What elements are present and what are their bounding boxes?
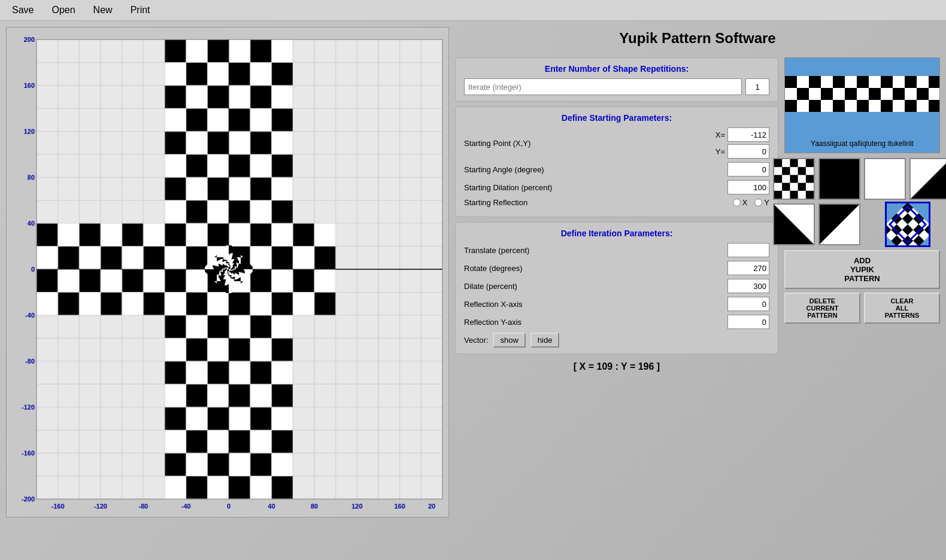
pattern-thumbnails (784, 158, 940, 245)
starting-params-section: Define Starting Parameters: Starting Poi… (455, 106, 778, 217)
dilate-label: Dilate (percent) (464, 282, 517, 291)
starting-params-title: Define Starting Parameters: (464, 113, 769, 123)
sp-y-row: Y= (710, 144, 769, 159)
vector-label: Vector: (464, 336, 488, 345)
reflection-radio-group: X Y (733, 198, 769, 207)
reflect-x-row: Reflection X-axis (464, 297, 769, 311)
starting-dilation-row: Starting Dilation (percent) (464, 180, 769, 194)
coords-display: [ X = 109 : Y = 196 ] (455, 361, 778, 372)
y-label: Y= (710, 147, 725, 156)
repetitions-row (464, 78, 769, 95)
translate-label: Translate (percent) (464, 246, 529, 255)
reflect-y-input[interactable] (727, 315, 769, 329)
main-content: Yupik Pattern Software Enter Number of S… (0, 21, 946, 560)
thumb-solid-black[interactable] (818, 158, 860, 200)
angle-label: Starting Angle (degree) (464, 165, 544, 174)
thumb-solid-white[interactable] (864, 158, 906, 200)
drawing-canvas-area[interactable] (6, 27, 449, 518)
iteration-params-title: Define Iteration Parameters: (464, 229, 769, 238)
grid-canvas[interactable] (7, 28, 448, 517)
dilate-row: Dilate (percent) (464, 279, 769, 293)
action-buttons: ADDYUPIKPATTERN DELETECURRENTPATTERN CLE… (784, 250, 940, 324)
right-col: Enter Number of Shape Repetitions: Defin… (455, 57, 940, 554)
preview-col: Yaassiiguat qalliqluteng itukellriit (784, 57, 940, 554)
starting-reflection-row: Starting Reflection X Y (464, 198, 769, 207)
preview-area: Yaassiiguat qalliqluteng itukellriit (784, 57, 940, 153)
rotate-row: Rotate (degrees) (464, 261, 769, 275)
sp-x-row: X= (710, 127, 769, 142)
starting-point-row: Starting Point (X,Y) X= Y= (464, 127, 769, 159)
thumb-triangle-tl[interactable] (773, 203, 815, 245)
reflect-x-label: Reflection X-axis (464, 300, 523, 309)
iterate-input[interactable] (464, 78, 742, 95)
thumb-diamond[interactable] (885, 202, 930, 247)
delete-current-pattern-button[interactable]: DELETECURRENTPATTERN (784, 293, 860, 324)
translate-input[interactable] (727, 243, 769, 257)
rotate-input[interactable] (727, 261, 769, 275)
menu-print[interactable]: Print (131, 5, 150, 16)
x-value-input[interactable] (727, 127, 769, 142)
vector-row: Vector: show hide (464, 333, 769, 348)
reflection-label: Starting Reflection (464, 198, 527, 207)
menu-new[interactable]: New (93, 5, 113, 16)
iteration-params-section: Define Iteration Parameters: Translate (… (455, 222, 778, 354)
angle-input[interactable] (727, 162, 769, 176)
rotate-label: Rotate (degrees) (464, 264, 523, 273)
show-vector-button[interactable]: show (493, 333, 525, 348)
repetitions-title: Enter Number of Shape Repetitions: (464, 64, 769, 74)
preview-subtitle: Yaassiiguat qalliqluteng itukellriit (808, 138, 916, 149)
dilation-input[interactable] (727, 180, 769, 194)
reflection-y-label[interactable]: Y (754, 198, 769, 207)
dilation-label: Starting Dilation (percent) (464, 183, 552, 192)
menu-bar: Save Open New Print (0, 0, 946, 21)
iterate-value[interactable] (745, 78, 769, 95)
menu-save[interactable]: Save (12, 5, 34, 16)
reflection-x-label[interactable]: X (733, 198, 748, 207)
delete-clear-row: DELETECURRENTPATTERN CLEARALLPATTERNS (784, 293, 940, 324)
add-yupik-pattern-button[interactable]: ADDYUPIKPATTERN (784, 250, 940, 289)
starting-point-label: Starting Point (X,Y) (464, 139, 710, 148)
reflection-x-text: X (742, 198, 748, 207)
right-panel: Yupik Pattern Software Enter Number of S… (455, 27, 940, 554)
hide-vector-button[interactable]: hide (530, 333, 560, 348)
menu-open[interactable]: Open (51, 5, 75, 16)
reflect-y-label: Reflection Y-axis (464, 318, 521, 327)
reflection-y-text: Y (764, 198, 769, 207)
translate-row: Translate (percent) (464, 243, 769, 257)
y-value-input[interactable] (727, 144, 769, 159)
reflect-y-row: Reflection Y-axis (464, 315, 769, 329)
repetitions-section: Enter Number of Shape Repetitions: (455, 57, 778, 102)
preview-canvas (785, 58, 939, 142)
app-title: Yupik Pattern Software (455, 27, 940, 53)
dilate-input[interactable] (727, 279, 769, 293)
x-label: X= (710, 130, 725, 139)
thumb-triangle-br[interactable] (909, 158, 946, 200)
sp-xy-group: X= Y= (710, 127, 769, 159)
controls-col: Enter Number of Shape Repetitions: Defin… (455, 57, 778, 554)
starting-angle-row: Starting Angle (degree) (464, 162, 769, 176)
reflect-x-input[interactable] (727, 297, 769, 311)
clear-all-patterns-button[interactable]: CLEARALLPATTERNS (864, 293, 940, 324)
reflection-y-radio[interactable] (754, 199, 762, 206)
thumb-diamond-wrapper (887, 203, 929, 245)
thumb-checkerboard[interactable] (773, 158, 815, 200)
thumb-triangle-tr[interactable] (818, 203, 860, 245)
reflection-x-radio[interactable] (733, 199, 741, 206)
